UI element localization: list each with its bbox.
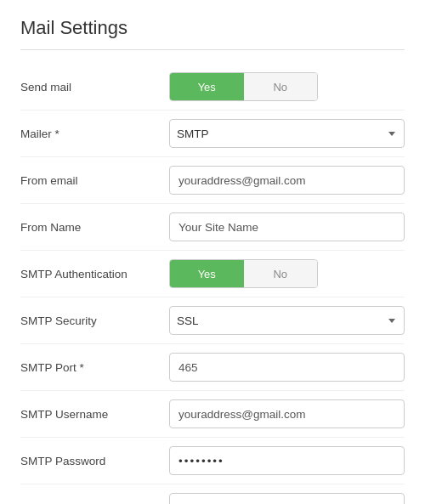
control-from-email	[169, 166, 405, 195]
control-smtp-username	[169, 399, 405, 428]
toggle-send-mail[interactable]: YesNo	[169, 72, 318, 101]
form-row-smtp-security: SMTP SecuritySSLTLSNone	[20, 297, 405, 344]
control-smtp-host	[169, 493, 405, 504]
form-row-mailer: Mailer *SMTPSendmailMail	[20, 110, 405, 157]
control-smtp-security: SSLTLSNone	[169, 306, 405, 335]
toggle-smtp-auth[interactable]: YesNo	[169, 259, 318, 288]
input-smtp-username[interactable]	[169, 399, 405, 428]
control-smtp-port	[169, 353, 405, 382]
form-row-smtp-port: SMTP Port *	[20, 344, 405, 391]
input-from-name[interactable]	[169, 212, 405, 241]
form-row-smtp-host: SMTP Host	[20, 484, 405, 504]
control-from-name	[169, 212, 405, 241]
select-smtp-security[interactable]: SSLTLSNone	[169, 306, 405, 335]
label-smtp-auth: SMTP Authentication	[20, 268, 169, 280]
form-row-smtp-username: SMTP Username	[20, 391, 405, 438]
label-smtp-host: SMTP Host	[20, 501, 169, 505]
control-smtp-password	[169, 446, 405, 475]
input-smtp-password[interactable]	[169, 446, 405, 475]
form-row-smtp-auth: SMTP AuthenticationYesNo	[20, 251, 405, 297]
toggle-no-send-mail[interactable]: No	[244, 73, 318, 100]
input-from-email[interactable]	[169, 166, 405, 195]
form-row-send-mail: Send mailYesNo	[20, 64, 405, 110]
label-smtp-username: SMTP Username	[20, 408, 169, 421]
form-row-from-email: From email	[20, 157, 405, 204]
label-smtp-password: SMTP Password	[20, 455, 169, 467]
label-smtp-security: SMTP Security	[20, 314, 169, 327]
toggle-no-smtp-auth[interactable]: No	[244, 260, 318, 287]
label-send-mail: Send mail	[20, 81, 169, 93]
toggle-yes-smtp-auth[interactable]: Yes	[170, 260, 244, 287]
input-smtp-port[interactable]	[169, 353, 405, 382]
toggle-yes-send-mail[interactable]: Yes	[170, 73, 244, 100]
input-smtp-host[interactable]	[169, 493, 405, 504]
page-container: Mail Settings Send mailYesNoMailer *SMTP…	[0, 0, 425, 504]
select-mailer[interactable]: SMTPSendmailMail	[169, 119, 405, 148]
label-from-email: From email	[20, 174, 169, 187]
control-smtp-auth: YesNo	[169, 259, 405, 288]
form-row-smtp-password: SMTP Password	[20, 438, 405, 484]
control-send-mail: YesNo	[169, 72, 405, 101]
control-mailer: SMTPSendmailMail	[169, 119, 405, 148]
form-rows: Send mailYesNoMailer *SMTPSendmailMailFr…	[20, 64, 405, 504]
page-title: Mail Settings	[20, 17, 405, 50]
label-mailer: Mailer *	[20, 127, 169, 140]
label-smtp-port: SMTP Port *	[20, 361, 169, 374]
form-row-from-name: From Name	[20, 204, 405, 251]
label-from-name: From Name	[20, 221, 169, 234]
